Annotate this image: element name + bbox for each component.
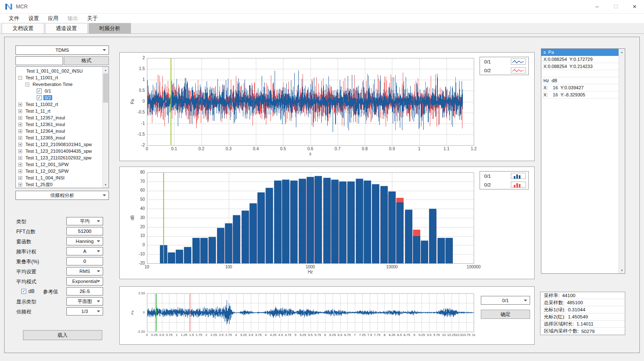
time-waveform-panel: 0/10/2 bbox=[119, 52, 535, 161]
tree-item[interactable]: +Test 1_12365_insul bbox=[16, 134, 102, 141]
form-input-重叠率(%)[interactable] bbox=[66, 257, 103, 265]
cursor-list-row[interactable]: X: 16 Y:0.039427 bbox=[541, 84, 619, 91]
file-filter-input[interactable] bbox=[15, 56, 63, 65]
tree-item[interactable]: +Test 1_123_210914094435_spw bbox=[16, 148, 102, 154]
menu-item-设置[interactable]: 设置 bbox=[24, 14, 43, 23]
format-button[interactable]: 格式 bbox=[64, 56, 109, 65]
form-select-显示类型[interactable]: 平面图 bbox=[66, 297, 103, 305]
info-row: 选择区域时长:1.14011 bbox=[540, 321, 625, 328]
tree-item[interactable]: +Test 1_11002_rt bbox=[16, 101, 102, 108]
scroll-thumb[interactable] bbox=[103, 73, 108, 103]
tree-item[interactable]: +Test 1_11_rt bbox=[16, 108, 102, 114]
cursor-list-row[interactable]: X:0.088254 Y:0.214233 bbox=[541, 63, 619, 70]
expand-icon[interactable]: + bbox=[18, 176, 22, 180]
tree-item[interactable]: +Test 1_1_004_INSI bbox=[16, 174, 102, 181]
form-label: 平均模式 bbox=[16, 278, 36, 285]
expand-icon[interactable]: + bbox=[18, 143, 22, 146]
expand-icon[interactable]: + bbox=[18, 163, 22, 167]
expand-icon[interactable]: + bbox=[18, 136, 22, 140]
expand-icon[interactable]: + bbox=[18, 116, 22, 120]
cursor-list-row[interactable]: X:0.088254 Y:0.172729 bbox=[541, 56, 619, 63]
octave-spectrum-canvas[interactable] bbox=[120, 167, 534, 279]
form-label: FFT点数 bbox=[16, 228, 35, 235]
tab-时频分析[interactable]: 时频分析 bbox=[88, 23, 131, 33]
tab-通道设置[interactable]: 通道设置 bbox=[45, 23, 88, 33]
bar-sample-icon bbox=[511, 182, 526, 188]
menu-item-关于[interactable]: 关于 bbox=[83, 14, 102, 23]
cursor-list-row[interactable]: s Pa bbox=[541, 49, 619, 56]
scroll-down-icon[interactable]: ▼ bbox=[103, 182, 109, 188]
form-select-窗函数[interactable]: Hanning bbox=[66, 237, 103, 245]
tree-item[interactable]: +Test 1_123_211026102932_spw bbox=[16, 154, 102, 161]
tree-item-label: Test 1_11002_rt bbox=[24, 102, 59, 107]
cursor-list-row[interactable]: Hz dB bbox=[541, 77, 619, 84]
cursor-list-row[interactable]: X: 16 Y:-8.329305 bbox=[541, 91, 619, 98]
form-label: 显示类型 bbox=[16, 298, 36, 305]
form-select-平均设置[interactable]: RMS bbox=[66, 267, 103, 275]
tree-item[interactable]: -Reverberation Time bbox=[16, 81, 102, 88]
time-waveform-canvas[interactable] bbox=[120, 53, 534, 161]
legend-label: 0/2 bbox=[484, 68, 491, 73]
form-input-FFT点数[interactable] bbox=[66, 227, 103, 235]
tree-item[interactable]: +Test 1_12_002_SPW bbox=[16, 168, 102, 174]
checkbox-checked[interactable]: ✓ bbox=[37, 88, 42, 93]
expand-icon[interactable]: + bbox=[18, 169, 22, 173]
tree-scrollbar[interactable]: ▲ ▼ bbox=[102, 67, 109, 188]
load-button[interactable]: 载入 bbox=[23, 330, 102, 340]
expand-icon[interactable]: + bbox=[18, 123, 22, 126]
form-select-value: A bbox=[83, 249, 86, 254]
tree-item[interactable]: ✓0/2 bbox=[16, 94, 102, 101]
cursor-list-row[interactable] bbox=[541, 70, 619, 77]
expand-icon[interactable]: + bbox=[18, 183, 22, 187]
analysis-mode-select[interactable]: 倍频程分析 bbox=[15, 191, 109, 200]
tree-item[interactable]: +Test 1_12357_insul bbox=[16, 114, 102, 121]
menu-item-应用[interactable]: 应用 bbox=[43, 14, 63, 23]
collapse-icon[interactable]: - bbox=[25, 83, 29, 86]
form-select-频率计权[interactable]: A bbox=[66, 247, 103, 255]
chevron-down-icon bbox=[97, 311, 100, 312]
tree-item[interactable]: +Test 1_123_210908101941_spw bbox=[16, 141, 102, 148]
collapse-icon[interactable]: - bbox=[18, 76, 22, 80]
form-select-类型[interactable]: 平均 bbox=[66, 217, 103, 225]
form-label: 重叠率(%) bbox=[16, 258, 39, 265]
tab-文档设置[interactable]: 文档设置 bbox=[2, 23, 44, 33]
tree-item-label: Test 1_12361_insul bbox=[24, 122, 66, 127]
form-select-平均模式[interactable]: Exponential bbox=[66, 277, 103, 285]
db-checkbox[interactable]: ✓ bbox=[21, 289, 26, 294]
form-select-倍频程[interactable]: 1/3 bbox=[66, 307, 103, 316]
channel-select[interactable]: 0/1 bbox=[481, 296, 530, 305]
form-label: 平均设置 bbox=[16, 268, 36, 275]
tree-item[interactable]: +Test 1_12361_insul bbox=[16, 121, 102, 128]
selection-info-panel: 采样率:44100总采样数:485100光标1(绿):0.31044光标2(红)… bbox=[540, 292, 625, 335]
legend-row[interactable]: 0/2 bbox=[480, 180, 528, 189]
tree-item[interactable]: -Test 1_11001_rt bbox=[16, 74, 102, 81]
scroll-up-icon[interactable]: ▲ bbox=[103, 67, 109, 73]
legend-row[interactable]: 0/2 bbox=[480, 66, 528, 75]
form-label: 参考值 bbox=[43, 288, 58, 295]
expand-icon[interactable]: + bbox=[18, 129, 22, 133]
file-format-select[interactable]: TDMS bbox=[15, 45, 109, 55]
minimize-button[interactable]: ─ bbox=[588, 0, 606, 13]
confirm-button[interactable]: 确定 bbox=[481, 310, 530, 319]
legend-row[interactable]: 0/1 bbox=[480, 172, 528, 180]
expand-icon[interactable]: + bbox=[18, 156, 22, 160]
scroll-up-icon[interactable]: ▲ bbox=[619, 49, 625, 55]
overview-waveform-canvas[interactable] bbox=[120, 287, 534, 344]
list-scrollbar[interactable]: ▲ ▼ bbox=[619, 49, 625, 273]
close-button[interactable]: ✕ bbox=[625, 0, 644, 13]
maximize-button[interactable]: ☐ bbox=[606, 0, 625, 13]
tree-item[interactable]: +Test 1_25度0 bbox=[16, 181, 102, 188]
info-label: 光标1(绿): bbox=[544, 307, 566, 313]
expand-icon[interactable]: + bbox=[18, 103, 22, 106]
legend-row[interactable]: 0/1 bbox=[480, 57, 528, 66]
checkbox-checked[interactable]: ✓ bbox=[37, 95, 42, 100]
tree-item[interactable]: Test 1_001_001_002_INSU bbox=[16, 68, 102, 74]
expand-icon[interactable]: + bbox=[18, 149, 22, 153]
expand-icon[interactable]: + bbox=[18, 109, 22, 113]
scroll-down-icon[interactable]: ▼ bbox=[619, 267, 625, 273]
tree-item[interactable]: +Test 1_12364_insul bbox=[16, 128, 102, 134]
tree-item[interactable]: +Test 1_12_001_SPW bbox=[16, 161, 102, 168]
tree-item[interactable]: ✓0/1 bbox=[16, 88, 102, 94]
menu-item-文件[interactable]: 文件 bbox=[4, 14, 24, 23]
form-input-参考值[interactable] bbox=[66, 287, 103, 295]
